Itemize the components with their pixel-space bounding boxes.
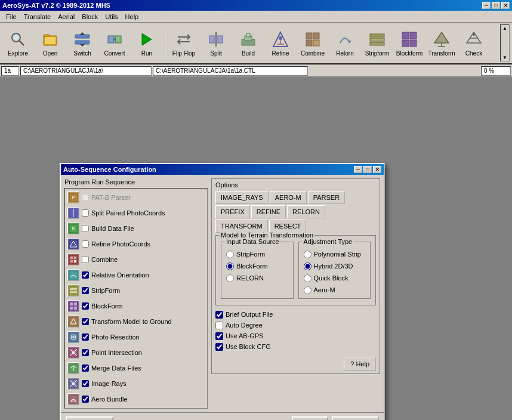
svg-rect-15: [209, 36, 214, 43]
opt-btn-parser[interactable]: PARSER: [308, 191, 345, 204]
seq-item-build-data: B Build Data File: [66, 221, 206, 236]
checkbox-use-block-cfg[interactable]: [215, 343, 223, 351]
refine-button[interactable]: Refine: [265, 25, 296, 61]
svg-line-1: [19, 41, 24, 45]
build-label: Build: [242, 50, 255, 57]
radio-label-relorn: RELORN: [236, 274, 264, 282]
checkbox-brief-output[interactable]: [215, 311, 223, 319]
seq-label-blockform: BlockForm: [91, 302, 123, 310]
cancel-button[interactable]: ✖ Cancel: [332, 416, 379, 420]
radio-label-hybrid-2d3d: Hybrid 2D/3D: [314, 262, 353, 270]
switch-button[interactable]: Switch: [67, 25, 98, 61]
check-button[interactable]: Check: [458, 25, 489, 61]
seq-check-merge-data[interactable]: [82, 365, 89, 372]
help-button-right[interactable]: ? Help: [344, 357, 376, 371]
menu-translate[interactable]: Translate: [20, 12, 54, 21]
split-button[interactable]: Split: [201, 25, 232, 61]
checkbox-use-ab-gps[interactable]: [215, 332, 223, 340]
menu-utils[interactable]: Utils: [101, 12, 121, 21]
seq-check-image-rays[interactable]: [82, 380, 89, 387]
radio-poly-strip[interactable]: [304, 251, 311, 258]
seq-item-stripform: StripForm: [66, 283, 206, 298]
seq-check-pat-b[interactable]: [82, 194, 89, 201]
opt-btn-refine[interactable]: REFINE: [251, 205, 286, 218]
dialog-close-button[interactable]: ✕: [373, 166, 381, 173]
menu-help[interactable]: Help: [122, 12, 143, 21]
seq-label-point-intersection: Point Intersection: [91, 349, 142, 356]
close-button[interactable]: ✕: [501, 2, 510, 9]
radio-stripform[interactable]: [226, 251, 234, 258]
toolbar-scroll-up[interactable]: ▲: [502, 26, 507, 31]
svg-point-41: [473, 33, 475, 36]
stripform-button[interactable]: Stripform: [362, 25, 393, 61]
svg-rect-29: [370, 34, 384, 37]
checkbox-label-use-ab-gps: Use AB-GPS: [226, 332, 264, 339]
radio-blockform[interactable]: [226, 262, 234, 270]
svg-point-68: [72, 336, 75, 338]
maximize-button[interactable]: □: [492, 2, 500, 9]
checkbox-option-auto-degree: Auto Degree: [215, 320, 376, 331]
toolbar-scroll-down[interactable]: ▼: [502, 55, 507, 60]
opt-btn-aero-m[interactable]: AERO-M: [270, 191, 307, 204]
run-button[interactable]: Run: [131, 25, 162, 61]
seq-check-transform[interactable]: [82, 318, 89, 325]
radio-label-blockform: BlockForm: [236, 262, 268, 270]
seq-check-rel-orient[interactable]: [82, 271, 89, 279]
status-id: 1a: [1, 66, 19, 76]
seq-check-blockform[interactable]: [82, 302, 89, 310]
seq-check-aero-bundle[interactable]: [82, 396, 89, 403]
checkbox-auto-degree[interactable]: [215, 322, 223, 329]
opt-btn-resect[interactable]: RESECT: [269, 220, 307, 233]
explore-icon: [8, 30, 27, 49]
radio-option-blockform: BlockForm: [226, 260, 288, 272]
dialog-maximize-button[interactable]: □: [363, 166, 372, 173]
switch-icon: [73, 30, 92, 49]
seq-check-point-intersection[interactable]: [82, 349, 89, 356]
radio-hybrid-2d3d[interactable]: [304, 262, 311, 270]
convert-button[interactable]: Convert: [99, 25, 130, 61]
app-title-bar: AeroSys-AT v7.2 © 1989-2012 MHS ─ □ ✕: [0, 0, 512, 11]
menu-file[interactable]: File: [2, 12, 20, 21]
opt-btn-prefix[interactable]: PREFIX: [215, 205, 250, 218]
seq-label-pat-b: PAT-B Parser: [91, 194, 131, 201]
blockform-label: Blockform: [396, 50, 422, 57]
svg-rect-6: [75, 35, 90, 38]
help-icon-right: ?: [350, 360, 354, 368]
explore-button[interactable]: Explore: [2, 25, 33, 61]
toolbar-separator-1: [165, 28, 166, 58]
seq-item-point-intersection: Point Intersection: [66, 345, 206, 360]
default-button[interactable]: ↺ Default: [66, 416, 113, 420]
switch-label: Switch: [73, 50, 91, 57]
radio-option-relorn: RELORN: [226, 272, 288, 284]
relorn-button[interactable]: Relorn: [329, 25, 360, 61]
combine-button[interactable]: Combine: [297, 25, 328, 61]
right-panel: Options IMAGE_RAYS AERO-M PARSER PREFIX …: [211, 178, 380, 409]
opt-btn-transform[interactable]: TRANSFORM: [215, 220, 268, 233]
seq-icon-aero-bundle: [67, 393, 79, 405]
menu-block[interactable]: Block: [78, 12, 101, 21]
radio-quick-block[interactable]: [304, 274, 311, 282]
radio-relorn[interactable]: [226, 274, 234, 282]
build-button[interactable]: Build: [233, 25, 264, 61]
seq-check-split-paired[interactable]: [82, 209, 89, 217]
seq-check-build-data[interactable]: [82, 225, 89, 232]
opt-btn-image-rays[interactable]: IMAGE_RAYS: [215, 191, 269, 204]
seq-check-refine-photo[interactable]: [82, 240, 89, 248]
menu-aerial[interactable]: Aerial: [54, 12, 78, 21]
radio-label-poly-strip: Polynomial Strip: [314, 251, 361, 258]
transform-button[interactable]: Transform: [426, 25, 457, 61]
flipflop-button[interactable]: Flip Flop: [168, 25, 199, 61]
options-title: Options: [215, 181, 376, 189]
opt-btn-relorn[interactable]: RELORN: [287, 205, 325, 218]
seq-check-combine[interactable]: [82, 256, 89, 263]
radio-aero-m[interactable]: [304, 286, 311, 294]
seq-check-stripform[interactable]: [82, 287, 89, 294]
ok-button[interactable]: ✔ OK: [292, 416, 328, 420]
minimize-button[interactable]: ─: [482, 2, 491, 9]
svg-marker-8: [80, 32, 85, 35]
dialog-minimize-button[interactable]: ─: [354, 166, 362, 173]
svg-rect-51: [70, 257, 73, 259]
blockform-button[interactable]: Blockform: [394, 25, 425, 61]
open-button[interactable]: Open: [35, 25, 66, 61]
seq-check-photo-resection[interactable]: [82, 333, 89, 341]
